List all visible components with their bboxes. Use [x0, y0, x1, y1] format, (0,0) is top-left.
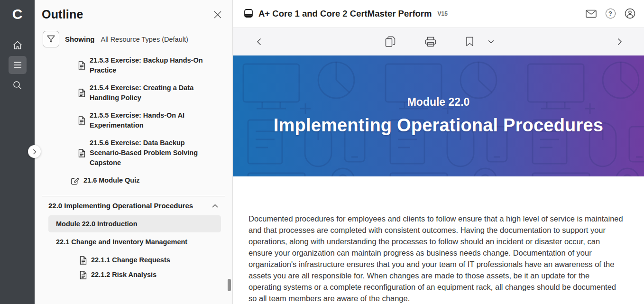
outline-item-selected[interactable]: Module 22.0 Introduction [48, 215, 221, 232]
bookmark-icon [466, 37, 474, 46]
chevron-up-icon [212, 204, 218, 208]
outline-toggle-button[interactable] [9, 56, 27, 74]
outline-item-label: 22.1.1 Change Requests [91, 255, 170, 265]
brand-logo: C [8, 5, 27, 24]
course-title: A+ Core 1 and Core 2 CertMaster Perform [258, 9, 432, 19]
main-area: A+ Core 1 and Core 2 CertMaster Perform … [233, 0, 644, 304]
previous-page-button[interactable] [254, 35, 264, 48]
section-children: Module 22.0 Introduction 22.1 Change and… [35, 215, 232, 280]
outline-item[interactable]: 22.1 Change and Inventory Management [48, 232, 221, 250]
outline-scrollbar [228, 57, 231, 302]
filter-funnel-icon [46, 35, 55, 43]
menu-icon [13, 62, 22, 68]
lesson-content: Documented procedures for employees and … [233, 176, 644, 304]
chevron-right-icon [33, 149, 37, 155]
document-icon [80, 271, 87, 279]
quiz-edit-icon [71, 176, 79, 185]
outline-item[interactable]: 21.5.4 Exercise: Creating a Data Handlin… [78, 83, 213, 103]
hero-module-title: Implementing Operational Procedures [274, 115, 603, 136]
module-hero-banner: Module 22.0 Implementing Operational Pro… [233, 55, 644, 176]
ebook-icon [243, 8, 254, 19]
outline-scrollbar-thumb[interactable] [228, 279, 231, 291]
help-button[interactable]: ? [605, 8, 616, 19]
outline-item-label: 21.5.5 Exercise: Hands-On AI Experimenta… [90, 111, 213, 130]
copy-button[interactable] [382, 33, 398, 50]
outline-item[interactable]: 21.5.5 Exercise: Hands-On AI Experimenta… [78, 111, 213, 130]
account-button[interactable] [624, 8, 635, 19]
outline-item-label: 22.1.2 Risk Analysis [91, 270, 156, 280]
bookmark-button[interactable] [463, 34, 477, 49]
bookmark-menu-button[interactable] [485, 37, 497, 46]
outline-item[interactable]: 21.5.6 Exercise: Data Backup Scenario-Ba… [78, 138, 213, 168]
course-header: A+ Core 1 and Core 2 CertMaster Perform … [233, 0, 644, 28]
close-icon [213, 10, 222, 19]
section-label: 22.0 Implementing Operational Procedures [48, 202, 193, 210]
print-button[interactable] [422, 34, 439, 50]
filter-row: Showing All Resource Types (Default) [43, 31, 232, 47]
document-icon [78, 116, 85, 125]
panel-collapse-handle[interactable] [28, 145, 41, 158]
outline-item-label: 21.6 Module Quiz [83, 175, 139, 185]
filter-showing-label: Showing [65, 35, 95, 43]
lesson-paragraph: Documented procedures for employees and … [248, 213, 624, 304]
outline-item-label: 21.5.6 Exercise: Data Backup Scenario-Ba… [90, 138, 213, 168]
outline-divider [42, 196, 225, 196]
app-window: C Outline [0, 0, 644, 304]
document-icon [78, 149, 85, 157]
outline-item[interactable]: 22.1.2 Risk Analysis [80, 270, 213, 280]
outline-item[interactable]: 22.1.1 Change Requests [80, 255, 213, 265]
home-icon [13, 41, 22, 50]
outline-list: 21.5.3 Exercise: Backup Hands-On Practic… [35, 55, 232, 185]
section-header-22[interactable]: 22.0 Implementing Operational Procedures [48, 202, 218, 210]
outline-item-label: 21.5.3 Exercise: Backup Hands-On Practic… [90, 55, 213, 75]
chevron-left-icon [257, 38, 261, 46]
document-icon [80, 256, 87, 265]
chevron-down-icon [488, 40, 494, 44]
outline-item[interactable]: 21.5.3 Exercise: Backup Hands-On Practic… [78, 55, 213, 75]
search-icon [13, 81, 22, 90]
hero-module-label: Module 22.0 [407, 96, 470, 109]
messages-button[interactable] [585, 8, 597, 19]
document-icon [78, 89, 85, 97]
account-icon [625, 8, 635, 19]
mail-icon [586, 9, 597, 18]
next-page-button[interactable] [615, 35, 625, 48]
document-icon [78, 61, 85, 70]
home-button[interactable] [9, 36, 27, 54]
help-icon: ? [606, 9, 616, 18]
chevron-right-icon [617, 38, 622, 46]
outline-item-quiz[interactable]: 21.6 Module Quiz [71, 175, 213, 185]
outline-item-label: 21.5.4 Exercise: Creating a Data Handlin… [90, 83, 213, 103]
copy-icon [385, 36, 396, 47]
filter-button[interactable] [43, 31, 59, 47]
search-button[interactable] [9, 76, 27, 94]
filter-value: All Resource Types (Default) [101, 36, 188, 43]
outline-panel-title: Outline [42, 8, 83, 21]
rail-nav [9, 36, 27, 94]
course-version-badge: V15 [438, 10, 448, 17]
reader-toolbar [233, 28, 644, 55]
close-outline-button[interactable] [213, 10, 222, 20]
outline-panel: Outline Showing All Resource Types (Defa… [35, 0, 233, 304]
printer-icon [425, 37, 436, 47]
